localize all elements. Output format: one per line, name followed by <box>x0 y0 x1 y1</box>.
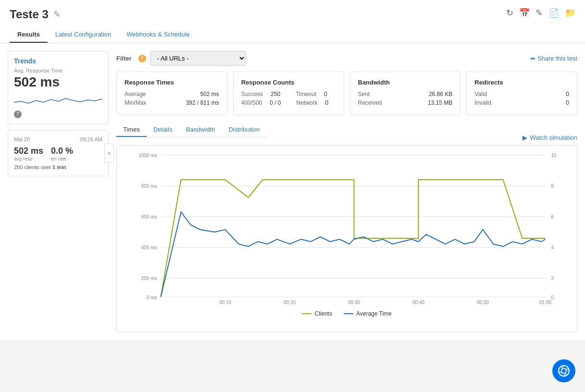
sidebar: Trends Avg. Response Time 502 ms ? Mai 2… <box>8 51 109 332</box>
snapshot-err-rate: 0.0 % <box>51 146 73 156</box>
trends-info-badge[interactable]: ? <box>14 110 22 118</box>
clients-bold: 1 min <box>52 164 66 170</box>
filter-info-badge[interactable]: ! <box>138 55 146 62</box>
svg-text:00:50: 00:50 <box>477 300 489 304</box>
chart-area: 1000 ms 800 ms 600 ms 400 ms 200 ms 0 ms… <box>116 145 577 332</box>
avg-value: 502 ms <box>200 91 219 98</box>
received-label: Received <box>358 99 382 106</box>
trend-sparkline <box>14 93 102 107</box>
play-icon: ▶ <box>523 134 527 141</box>
chart-tab-bandwidth[interactable]: Bandwidth <box>179 123 222 137</box>
sent-value: 26.86 KB <box>429 91 452 98</box>
watch-simulation-button[interactable]: ▶ Watch simulation <box>523 134 578 141</box>
edit-icon[interactable]: ✎ <box>535 8 543 18</box>
svg-text:200 ms: 200 ms <box>141 276 157 281</box>
400-value: 0 / 0 <box>270 99 281 106</box>
avg-label: Average <box>124 91 146 98</box>
svg-text:6: 6 <box>551 214 554 220</box>
trends-title: Trends <box>14 57 102 65</box>
response-counts-card: Response Counts Success 250 Timeout 0 40… <box>233 72 344 115</box>
invalid-label: Invalid <box>474 99 491 106</box>
sent-label: Sent <box>358 91 370 98</box>
valid-label: Valid <box>474 91 487 98</box>
tab-latest-config[interactable]: Latest Configuration <box>48 27 119 43</box>
response-times-title: Response Times <box>124 79 219 86</box>
svg-text:4: 4 <box>551 245 554 250</box>
main-chart: 1000 ms 800 ms 600 ms 400 ms 200 ms 0 ms… <box>122 150 572 304</box>
snapshot-avg-resp-label: avg resp <box>14 156 43 161</box>
snapshot-time: 09:26 AM <box>80 136 102 142</box>
400-label: 400/500 <box>241 99 262 106</box>
edit-title-icon[interactable]: ✎ <box>53 9 61 20</box>
copy-icon[interactable]: 📄 <box>548 8 559 18</box>
svg-text:01:00: 01:00 <box>539 300 551 304</box>
filter-label: Filter <box>116 55 132 62</box>
success-label: Success <box>241 91 263 98</box>
refresh-icon[interactable]: ↻ <box>506 8 513 18</box>
bandwidth-title: Bandwidth <box>358 79 453 86</box>
svg-text:1000 ms: 1000 ms <box>138 153 157 158</box>
svg-text:0 ms: 0 ms <box>147 295 157 300</box>
svg-text:2: 2 <box>551 276 554 281</box>
avg-resp-label: Avg. Response Time <box>14 68 102 74</box>
received-value: 13.15 MB <box>428 99 452 106</box>
snapshot-err-rate-label: err rate <box>51 156 73 161</box>
svg-text:800 ms: 800 ms <box>141 184 157 189</box>
network-label: Network <box>297 99 318 106</box>
clients-legend: Clients <box>302 310 332 317</box>
folder-icon[interactable]: 📁 <box>565 8 575 18</box>
avg-resp-value: 502 ms <box>14 74 102 90</box>
network-value: 0 <box>325 99 329 106</box>
clients-legend-label: Clients <box>314 310 332 317</box>
avg-time-legend-label: Average Time <box>356 310 392 317</box>
chart-legend: Clients Average Time <box>122 310 572 317</box>
svg-text:0: 0 <box>551 295 554 300</box>
snapshot-avg-resp: 502 ms <box>14 146 43 156</box>
main-content: Filter ! - All URLs - ➦ Share this test … <box>116 51 577 332</box>
minmax-label: Min/Max <box>124 99 146 106</box>
svg-text:600 ms: 600 ms <box>141 214 157 220</box>
clients-prefix: 250 clients over <box>14 164 51 170</box>
main-tabs: Results Latest Configuration Webhooks & … <box>10 27 575 43</box>
chart-tab-distribution[interactable]: Distribution <box>222 123 266 137</box>
tab-webhooks[interactable]: Webhooks & Schedule <box>119 27 197 43</box>
svg-text:00:30: 00:30 <box>348 300 360 304</box>
response-times-card: Response Times Average 502 ms Min/Max 39… <box>116 72 227 115</box>
snapshot-nav-arrow[interactable]: › <box>104 144 114 163</box>
trends-box: Trends Avg. Response Time 502 ms ? <box>8 51 109 124</box>
redirects-card: Redirects Valid 0 Invalid 0 <box>466 72 577 115</box>
chart-tab-details[interactable]: Details <box>147 123 179 137</box>
chart-tab-times[interactable]: Times <box>116 123 147 137</box>
page-title: Teste 3 <box>10 8 49 21</box>
tab-results[interactable]: Results <box>10 27 48 43</box>
share-icon: ➦ <box>530 55 535 62</box>
svg-text:10: 10 <box>551 153 557 158</box>
response-counts-title: Response Counts <box>241 79 336 86</box>
redirects-title: Redirects <box>474 79 569 86</box>
minmax-value: 392 / 811 ms <box>186 99 219 106</box>
cards-row: Response Times Average 502 ms Min/Max 39… <box>116 72 577 115</box>
invalid-value: 0 <box>566 99 569 106</box>
avg-time-legend: Average Time <box>344 310 392 317</box>
watch-sim-label: Watch simulation <box>530 134 578 141</box>
svg-text:400 ms: 400 ms <box>141 245 157 250</box>
avg-time-legend-line <box>344 313 353 314</box>
svg-text:00:40: 00:40 <box>412 300 424 304</box>
clients-legend-line <box>302 313 311 314</box>
bandwidth-card: Bandwidth Sent 26.86 KB Received 13.15 M… <box>350 72 461 115</box>
timeout-value: 0 <box>324 91 327 98</box>
success-value: 250 <box>271 91 280 98</box>
valid-value: 0 <box>566 91 569 98</box>
calendar-icon[interactable]: 📅 <box>519 8 530 18</box>
chart-tabs: Times Details Bandwidth Distribution <box>116 123 266 137</box>
svg-text:00:10: 00:10 <box>219 300 231 304</box>
snapshot-date: Mai 20 <box>14 136 30 142</box>
url-filter-select[interactable]: - All URLs - <box>150 51 246 66</box>
timeout-label: Timeout <box>296 91 316 98</box>
snapshot-box: Mai 20 09:26 AM 502 ms avg resp 0.0 % er… <box>8 130 109 176</box>
svg-text:00:20: 00:20 <box>284 300 296 304</box>
share-link[interactable]: ➦ Share this test <box>530 55 577 62</box>
svg-text:8: 8 <box>551 184 554 189</box>
